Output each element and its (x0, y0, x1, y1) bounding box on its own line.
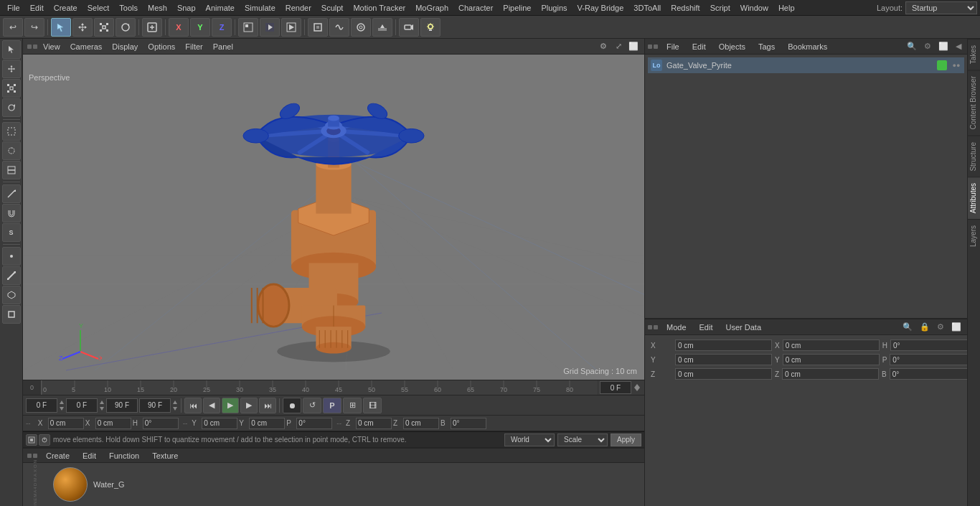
move-tool-button[interactable] (72, 18, 93, 37)
scale-dropdown[interactable]: Scale Move Rotate (557, 434, 608, 446)
viewport[interactable]: View Cameras Display Options Filter Pane… (23, 39, 644, 380)
grid-mode-button[interactable]: ⊞ (343, 398, 362, 413)
camera-button[interactable] (399, 18, 419, 37)
render-button[interactable] (281, 18, 301, 37)
play-button[interactable]: ▶ (222, 398, 239, 413)
menu-simulate[interactable]: Simulate (240, 2, 280, 14)
vp-menu-panel[interactable]: Panel (209, 41, 237, 52)
vp-menu-view[interactable]: View (39, 41, 65, 52)
objects-search-toggle[interactable]: 🔍 (904, 42, 920, 51)
menu-sculpt[interactable]: Sculpt (317, 2, 348, 14)
undo-button[interactable]: ↩ (3, 18, 23, 37)
vp-icon-arrows[interactable]: ⤢ (612, 40, 625, 53)
menu-pipeline[interactable]: Pipeline (499, 2, 535, 14)
obj-menu-file[interactable]: File (662, 41, 684, 52)
menu-plugins[interactable]: Plugins (537, 2, 571, 14)
menu-redshift[interactable]: Redshift (666, 2, 704, 14)
render-region-button[interactable] (238, 18, 258, 37)
timeline-ruler[interactable]: 0 5 10 15 20 25 30 35 40 (42, 380, 597, 395)
coord-y-pos[interactable] (202, 418, 237, 429)
apply-button[interactable]: Apply (611, 434, 641, 446)
object-color-dot[interactable] (937, 60, 947, 70)
coord-h-val[interactable] (143, 418, 179, 429)
loop-selection-tool[interactable] (2, 161, 21, 179)
viewport-canvas[interactable]: Perspective Y X Z Grid Spacing : 10 cm (23, 55, 644, 380)
goto-end-button[interactable]: ⏭ (259, 398, 276, 413)
vp-menu-display[interactable]: Display (108, 41, 142, 52)
objects-collapse-toggle[interactable]: ◀ (953, 42, 964, 51)
cube-front-button[interactable] (308, 18, 328, 37)
transport-end-field1[interactable] (106, 398, 138, 413)
pointer-tool[interactable] (2, 40, 21, 59)
coord-b-val[interactable] (451, 418, 486, 429)
coord-x2-pos[interactable] (95, 418, 131, 429)
tab-attributes[interactable]: Attributes (968, 177, 980, 219)
mat-menu-function[interactable]: Function (105, 450, 143, 462)
attrs-expand-toggle[interactable]: ⬜ (948, 322, 964, 332)
move-tool-sidebar[interactable] (2, 60, 21, 78)
attr-h-field[interactable] (890, 339, 967, 351)
vp-icon-settings[interactable]: ⚙ (597, 40, 610, 53)
film-strip-button[interactable]: 🎞 (363, 398, 382, 413)
vp-menu-cameras[interactable]: Cameras (66, 41, 107, 52)
edge-mode[interactable] (2, 266, 21, 285)
coord-z2-pos[interactable] (403, 418, 439, 429)
record-button[interactable]: ⏺ (283, 398, 301, 413)
transport-end-field2[interactable] (139, 398, 171, 413)
object-menu-btn[interactable]: ●● (951, 60, 961, 70)
obj-menu-bookmarks[interactable]: Bookmarks (783, 41, 831, 52)
tab-layers[interactable]: Layers (968, 219, 980, 253)
attr-z-pos-field[interactable] (675, 368, 772, 380)
obj-menu-edit[interactable]: Edit (688, 41, 710, 52)
material-thumbnail[interactable] (53, 467, 88, 502)
obj-menu-objects[interactable]: Objects (715, 41, 750, 52)
point-mode[interactable] (2, 247, 21, 266)
object-row-gatevalve[interactable]: Lo Gate_Valve_Pyrite ●● (648, 57, 964, 73)
menu-help[interactable]: Help (774, 2, 799, 14)
menu-file[interactable]: File (3, 2, 24, 14)
z-axis-button[interactable]: Z (212, 18, 232, 37)
coord-z-pos[interactable] (356, 418, 392, 429)
mat-menu-texture[interactable]: Texture (148, 450, 182, 462)
menu-motiontracker[interactable]: Motion Tracker (349, 2, 410, 14)
goto-start-button[interactable]: ⏮ (184, 398, 202, 413)
step-back-button[interactable]: ◀ (203, 398, 220, 413)
light-button[interactable] (420, 18, 440, 37)
smooth-tool[interactable]: S (2, 223, 21, 242)
redo-button[interactable]: ↪ (24, 18, 44, 37)
menu-snap[interactable]: Snap (173, 2, 200, 14)
vp-icon-expand[interactable]: ⬜ (627, 40, 640, 53)
pyrite-button[interactable]: P (323, 398, 341, 413)
model-mode[interactable] (2, 305, 21, 324)
menu-render[interactable]: Render (281, 2, 316, 14)
menu-window[interactable]: Window (736, 2, 773, 14)
menu-vraybridge[interactable]: V-Ray Bridge (573, 2, 628, 14)
menu-edit[interactable]: Edit (26, 2, 48, 14)
tab-takes[interactable]: Takes (968, 39, 980, 70)
attr-x-size-field[interactable] (783, 339, 880, 351)
obj-menu-tags[interactable]: Tags (754, 41, 779, 52)
layout-dropdown[interactable]: Startup Standard Minimal UV Edit (905, 1, 977, 14)
attr-z-size-field[interactable] (782, 368, 879, 380)
transport-start-field[interactable] (26, 398, 57, 413)
selection-tool[interactable] (2, 122, 21, 141)
status-icon-1[interactable] (26, 434, 37, 446)
status-icon-2[interactable] (39, 434, 50, 446)
menu-animate[interactable]: Animate (202, 2, 239, 14)
attr-menu-edit[interactable]: Edit (695, 322, 717, 333)
nurbs-button[interactable] (329, 18, 349, 37)
attrs-settings-toggle[interactable]: ⚙ (934, 322, 947, 332)
knife-tool[interactable] (2, 184, 21, 203)
loop-button[interactable]: ↺ (303, 398, 321, 413)
menu-create[interactable]: Create (50, 2, 82, 14)
menu-select[interactable]: Select (83, 2, 114, 14)
attr-b-field[interactable] (890, 368, 967, 380)
render-view-button[interactable] (260, 18, 280, 37)
landscape-button[interactable] (372, 18, 392, 37)
attr-x-pos-field[interactable] (675, 339, 772, 351)
attrs-lock-toggle[interactable]: 🔒 (917, 322, 933, 332)
objects-expand-toggle[interactable]: ⬜ (936, 42, 951, 51)
objects-settings-toggle[interactable]: ⚙ (921, 42, 934, 51)
attr-menu-mode[interactable]: Mode (662, 322, 691, 333)
lasso-tool[interactable] (2, 141, 21, 160)
